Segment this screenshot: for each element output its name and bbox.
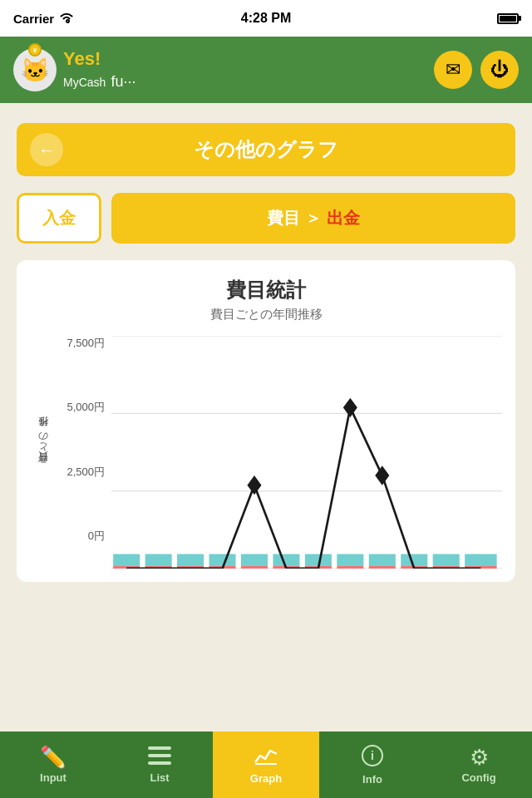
back-icon: ← <box>38 140 55 160</box>
tab-bar: ✏️ Input List Graph i Info <box>0 732 532 798</box>
chart-svg <box>111 336 502 569</box>
app-name: Yes!MyCash fu··· <box>63 48 136 92</box>
tab-info-label: Info <box>362 773 382 786</box>
pencil-icon: ✏️ <box>40 746 66 768</box>
expense-filter-button[interactable]: 費目 ＞ 出金 <box>111 193 515 244</box>
status-bar: Carrier 4:28 PM <box>0 0 532 37</box>
chart-title: 費目統計 <box>30 277 502 303</box>
chart-area: 費目ごとの推移 7,500円 5,000円 2,500円 0円 <box>30 336 502 569</box>
svg-text:i: i <box>371 749 374 762</box>
tab-config[interactable]: ⚙ Config <box>426 732 532 798</box>
app-logo: ¥ 🐱 Yes!MyCash fu··· <box>13 48 136 92</box>
deposit-label: 入金 <box>42 209 76 227</box>
tab-config-label: Config <box>461 771 495 784</box>
x-axis-labels <box>111 545 502 569</box>
back-button[interactable]: ← <box>30 133 63 166</box>
data-point-8 <box>343 398 357 417</box>
tab-list-label: List <box>150 771 169 784</box>
graph-icon <box>254 746 278 769</box>
chart-inner: 7,500円 5,000円 2,500円 0円 <box>53 336 502 569</box>
filter-row: 入金 費目 ＞ 出金 <box>17 193 515 244</box>
list-icon <box>148 746 171 768</box>
cat-avatar: ¥ 🐱 <box>13 48 57 91</box>
y-label-5000: 5,000円 <box>66 400 105 415</box>
tab-list[interactable]: List <box>106 732 213 798</box>
chart-card: 費目統計 費目ごとの年間推移 費目ごとの推移 7,500円 5,000円 2,5… <box>17 260 515 582</box>
power-button[interactable]: ⏻ <box>480 51 519 89</box>
section-header: ← その他のグラフ <box>17 123 515 176</box>
tab-graph[interactable]: Graph <box>213 732 319 798</box>
y-label-7500: 7,500円 <box>66 336 105 351</box>
battery-icon <box>497 13 519 24</box>
y-label-2500: 2,500円 <box>66 465 105 480</box>
wifi-icon <box>59 12 74 26</box>
expense-label: 費目 ＞ <box>267 207 322 229</box>
tab-graph-label: Graph <box>250 772 282 785</box>
main-content: ← その他のグラフ 入金 費目 ＞ 出金 費目統計 費目ごとの年間推移 費目ごと… <box>0 103 532 732</box>
y-axis-label: 費目ごとの推移 <box>30 336 53 569</box>
y-labels: 7,500円 5,000円 2,500円 0円 <box>53 336 111 544</box>
tab-input[interactable]: ✏️ Input <box>0 732 106 798</box>
svg-rect-30 <box>148 761 171 765</box>
clock-display: 4:28 PM <box>241 11 291 26</box>
deposit-filter-button[interactable]: 入金 <box>17 193 101 244</box>
coin-icon: ¥ <box>28 43 42 57</box>
svg-rect-28 <box>148 746 171 750</box>
tab-input-label: Input <box>40 771 66 784</box>
mail-button[interactable]: ✉ <box>434 51 472 89</box>
data-point-9 <box>375 466 389 485</box>
expense-highlight-label: 出金 <box>327 207 360 229</box>
section-title: その他のグラフ <box>63 136 469 163</box>
tab-info[interactable]: i Info <box>319 732 426 798</box>
app-header: ¥ 🐱 Yes!MyCash fu··· ✉ ⏻ <box>0 37 532 103</box>
carrier-label: Carrier <box>13 12 54 26</box>
y-label-0: 0円 <box>88 529 105 544</box>
data-point-5 <box>247 475 261 495</box>
chart-subtitle: 費目ごとの年間推移 <box>30 307 502 323</box>
power-icon: ⏻ <box>490 59 509 81</box>
header-actions: ✉ ⏻ <box>434 51 519 89</box>
svg-rect-29 <box>148 754 171 757</box>
info-icon: i <box>362 745 383 770</box>
config-icon: ⚙ <box>470 746 489 768</box>
mail-icon: ✉ <box>446 59 461 81</box>
